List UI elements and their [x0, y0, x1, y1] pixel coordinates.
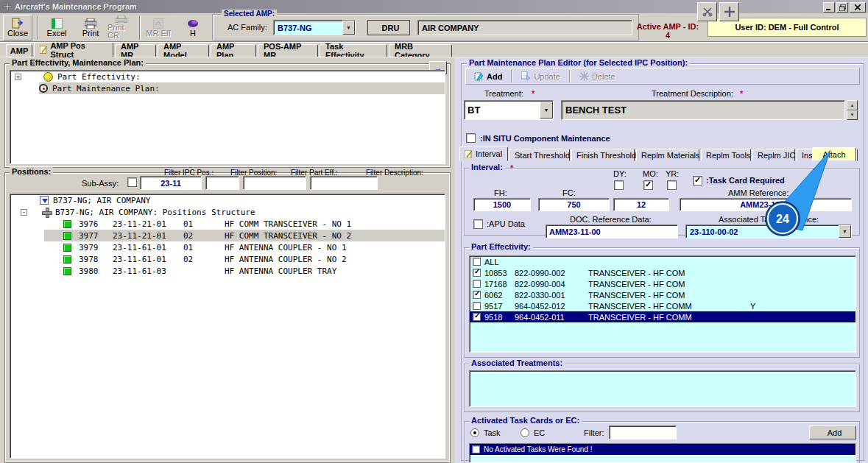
- ec-radio-label: EC: [534, 428, 545, 437]
- tab-replm-jic[interactable]: Replm JIC: [752, 149, 795, 161]
- chevron-down-icon[interactable]: ▼: [540, 102, 553, 119]
- task-cards-list[interactable]: No Activated Tasks Were Found !: [469, 443, 856, 463]
- part-effectivity-row-selected[interactable]: 9518 964-0452-011 TRANSCEIVER - HF COMM: [470, 311, 855, 322]
- part-effectivity-row[interactable]: 10853 822-0990-002 TRANSCEIVER - HF COM: [470, 267, 855, 278]
- checkbox[interactable]: [473, 258, 481, 266]
- checkbox[interactable]: [473, 291, 481, 299]
- collapse-icon[interactable]: -: [21, 209, 27, 216]
- doc-reference-input[interactable]: AMM23-11-00: [546, 225, 678, 238]
- position-row[interactable]: 397823-11-61-0102HF ANTENNA COUPLER - NO…: [10, 253, 445, 265]
- tab-interval[interactable]: Interval: [459, 146, 508, 161]
- tab-mrb-category[interactable]: MRB Category: [389, 44, 452, 57]
- tab-attach[interactable]: Attach: [812, 147, 856, 161]
- treatment-desc-field[interactable]: BENCH TEST: [561, 100, 845, 120]
- filter-position-input[interactable]: [205, 176, 239, 190]
- tree-item-part-effectivity[interactable]: + Part Effectivity:: [10, 71, 445, 82]
- tab-amp-plan[interactable]: AMP Plan: [211, 44, 256, 57]
- tab-replm-tools[interactable]: Replm Tools: [701, 149, 751, 161]
- positions-tree[interactable]: B737-NG; AIR COMPANY - B737-NG; AIR COMP…: [10, 194, 445, 459]
- position-row[interactable]: 397623-11-21-0101HF COMM TRANSCEIVER - N…: [10, 218, 445, 230]
- checkbox[interactable]: [473, 313, 481, 321]
- checkbox[interactable]: [473, 302, 481, 310]
- expand-icon[interactable]: +: [15, 74, 21, 80]
- plan-tree[interactable]: + Part Effectivity: Part Maintenance Pla…: [10, 70, 445, 164]
- filter-description-input[interactable]: [310, 176, 378, 190]
- tree-root-structure[interactable]: - B737-NG; AIR COMPANY: Positions Struct…: [10, 206, 445, 218]
- position-row-selected[interactable]: 397723-11-21-0102HF COMM TRANSCEIVER - N…: [10, 230, 445, 241]
- tab-finish-threshold[interactable]: Finish Threshold: [571, 149, 635, 161]
- fc-label: FC:: [562, 188, 576, 197]
- required-asterisk: *: [532, 89, 534, 98]
- desc-spinner[interactable]: ▲▼: [847, 100, 858, 120]
- company-field[interactable]: AIR COMPANY: [417, 20, 632, 35]
- tab-amp-mr[interactable]: AMP MR: [115, 44, 156, 57]
- restore-button[interactable]: [836, 2, 848, 13]
- chevron-down-icon[interactable]: ▼: [342, 21, 355, 35]
- move-dock-button[interactable]: [719, 2, 739, 21]
- cut-dock-button[interactable]: [697, 2, 717, 21]
- tab-pos-amp-mr[interactable]: POS-AMP MR: [258, 44, 318, 57]
- no-tasks-message: No Activated Tasks Were Found !: [484, 445, 592, 453]
- close-button[interactable]: Close: [3, 15, 32, 40]
- delete-plan-button[interactable]: Delete: [574, 69, 621, 83]
- up-arrow-icon[interactable]: ▲: [847, 100, 858, 110]
- tree-item-part-maintenance-plan[interactable]: Part Maintenance Plan:: [10, 82, 445, 94]
- tab-amp-model[interactable]: AMP Model: [158, 44, 209, 57]
- tab-amp-pos-struct[interactable]: AMP Pos Struct: [34, 42, 113, 57]
- position-row[interactable]: 397923-11-61-0101HF ANTENNA COUPLER - NO…: [10, 241, 445, 253]
- down-arrow-icon[interactable]: ▼: [847, 110, 858, 121]
- fh-input[interactable]: 1500: [473, 198, 531, 211]
- position-row[interactable]: 398023-11-61-03HF ANTENNA COUPLER TRAY: [10, 265, 445, 277]
- tree-root-company[interactable]: B737-NG; AIR COMPANY: [10, 194, 445, 206]
- left-pane: Part Effectivity, Maintenance Plan: → + …: [0, 57, 455, 463]
- tab-task-effectivity[interactable]: Task Effectivity: [320, 44, 387, 57]
- yr-checkbox[interactable]: [667, 180, 677, 190]
- apu-checkbox[interactable]: [473, 219, 483, 229]
- history-button-partial[interactable]: H: [174, 15, 211, 40]
- mr-eff-button[interactable]: MR Eff: [144, 15, 173, 40]
- excel-button[interactable]: Excel: [42, 15, 71, 40]
- yr-label: YR:: [666, 169, 679, 178]
- mo-input[interactable]: 12: [613, 198, 669, 211]
- associated-reference-combo[interactable]: 23-110-00-02 ▼: [685, 225, 852, 238]
- minimize-button[interactable]: [823, 2, 835, 13]
- part-effectivity-row[interactable]: 9517 964-0452-012 TRANSCEIVER - HF COMM …: [470, 300, 855, 311]
- checkbox[interactable]: [473, 269, 481, 277]
- filter-ipc-input[interactable]: 23-11: [140, 176, 202, 190]
- amm-reference-input[interactable]: AMM23-11-00: [680, 198, 852, 211]
- sub-assy-checkbox[interactable]: [127, 177, 137, 187]
- mo-checkbox[interactable]: [643, 180, 653, 190]
- part-effectivity-row-all[interactable]: ALL: [470, 256, 855, 267]
- filter-part-eff-input[interactable]: [243, 176, 306, 190]
- task-radio[interactable]: [470, 428, 479, 437]
- dru-button[interactable]: DRU: [367, 20, 410, 35]
- insitu-checkbox[interactable]: [466, 133, 476, 143]
- tab-replm-materials[interactable]: Replm Materials: [636, 149, 699, 161]
- dy-checkbox[interactable]: [614, 180, 624, 190]
- fc-input[interactable]: 750: [538, 198, 610, 211]
- add-task-button[interactable]: Add: [809, 425, 856, 439]
- task-filter-input[interactable]: [609, 425, 677, 439]
- task-card-checkbox[interactable]: [693, 176, 702, 185]
- print-button[interactable]: Print: [76, 15, 105, 40]
- part-effectivity-row[interactable]: 17168 822-0990-004 TRANSCEIVER - HF COM: [470, 278, 855, 289]
- no-tasks-row[interactable]: No Activated Tasks Were Found !: [470, 444, 856, 455]
- tab-start-threshold[interactable]: Start Threshold: [509, 149, 570, 161]
- interval-title: Interval:: [469, 163, 505, 172]
- checkbox[interactable]: [472, 445, 480, 453]
- tab-amp[interactable]: AMP: [6, 44, 32, 57]
- checkbox[interactable]: [473, 280, 481, 288]
- add-plan-button[interactable]: Add: [469, 69, 507, 83]
- associated-treatments-list[interactable]: [469, 370, 856, 407]
- print-cr-button[interactable]: Print CR: [107, 15, 136, 40]
- door-exit-icon: [12, 18, 24, 29]
- treatment-combo[interactable]: BT ▼: [464, 100, 554, 120]
- ec-radio[interactable]: [521, 428, 529, 437]
- part-effectivity-list[interactable]: ALL 10853 822-0990-002 TRANSCEIVER - HF …: [469, 255, 856, 353]
- close-window-button[interactable]: [850, 2, 866, 13]
- part-effectivity-row[interactable]: 6062 822-0330-001 TRANSCEIVER - HF COM: [470, 289, 855, 300]
- ac-family-combo[interactable]: B737-NG ▼: [273, 20, 356, 35]
- task-card-label: :Task Card Required: [706, 176, 785, 185]
- update-plan-button[interactable]: Update: [516, 69, 565, 83]
- chevron-down-icon[interactable]: ▼: [839, 225, 851, 238]
